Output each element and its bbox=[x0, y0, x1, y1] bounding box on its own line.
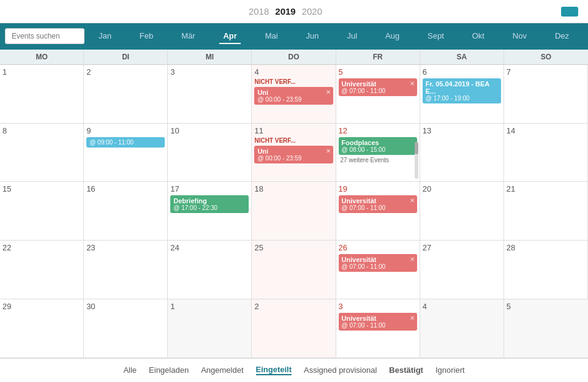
day-number: 21 bbox=[507, 184, 585, 193]
event-time: @ 00:00 - 23:59 bbox=[257, 96, 330, 103]
search-input[interactable] bbox=[5, 28, 85, 44]
day-header-mi: MI bbox=[168, 50, 252, 64]
footer-tab-eingeladen[interactable]: Eingeladen bbox=[149, 365, 189, 375]
footer-tab-eingeteilt[interactable]: Eingeteilt bbox=[256, 365, 292, 375]
day-number: 7 bbox=[507, 67, 585, 77]
calendar-event[interactable]: Universität@ 07:00 - 11:00✕ bbox=[339, 195, 417, 213]
day-number: 2 bbox=[254, 302, 333, 311]
calendar-event[interactable]: Universität@ 07:00 - 11:00✕ bbox=[339, 254, 417, 272]
calendar-event[interactable]: Fr. 05.04.2019 - BEA E...@ 17:00 - 19:00 bbox=[423, 78, 501, 103]
calendar-event[interactable]: Universität@ 07:00 - 11:00✕ bbox=[339, 313, 417, 331]
day-number: 5 bbox=[507, 302, 586, 311]
month-Jun[interactable]: Jun bbox=[303, 29, 323, 44]
day-number: 22 bbox=[2, 243, 81, 252]
calendar-event[interactable]: Uni@ 00:00 - 23:59✕ bbox=[254, 87, 333, 105]
footer-tab-ignoriert[interactable]: Ignoriert bbox=[435, 365, 465, 375]
year-2020[interactable]: 2020 bbox=[302, 6, 322, 17]
month-Mär[interactable]: Mär bbox=[178, 29, 198, 44]
day-header-mo: MO bbox=[0, 50, 84, 64]
month-Apr[interactable]: Apr bbox=[219, 29, 240, 44]
event-delete-button[interactable]: ✕ bbox=[326, 89, 331, 96]
month-Jul[interactable]: Jul bbox=[343, 29, 361, 44]
calendar-cell: 7 bbox=[504, 65, 588, 124]
calendar-cell: 17Debriefing@ 17:00 - 22:30 bbox=[168, 182, 252, 241]
day-number: 9 bbox=[86, 126, 165, 135]
calendar-cell: 12Foodplaces@ 08:00 - 15:0027 weitere Ev… bbox=[336, 124, 420, 182]
calendar-cell: 5Universität@ 07:00 - 11:00✕ bbox=[336, 65, 420, 124]
month-Nov[interactable]: Nov bbox=[509, 29, 530, 44]
footer-tab-bestätigt[interactable]: Bestätigt bbox=[389, 365, 423, 375]
calendar-cell: 8 bbox=[0, 124, 84, 182]
month-Feb[interactable]: Feb bbox=[136, 29, 157, 44]
footer-tab-alle[interactable]: Alle bbox=[123, 365, 137, 375]
year-2019[interactable]: 2019 bbox=[275, 6, 295, 17]
month-Aug[interactable]: Aug bbox=[382, 29, 403, 44]
scroll-thumb bbox=[415, 142, 418, 154]
event-time: @ 09:00 - 11:00 bbox=[89, 139, 162, 146]
event-delete-button[interactable]: ✕ bbox=[326, 148, 331, 154]
day-number: 5 bbox=[339, 67, 417, 77]
calendar-cell: 4NICHT VERF...Uni@ 00:00 - 23:59✕ bbox=[252, 65, 336, 124]
footer-tab-assigned-provisional[interactable]: Assigned provisional bbox=[304, 365, 377, 375]
event-title: Debriefing bbox=[173, 197, 246, 204]
day-number: 19 bbox=[339, 184, 417, 193]
year-navigation: 201820192020 bbox=[249, 6, 322, 17]
footer-tab-angemeldet[interactable]: Angemeldet bbox=[201, 365, 243, 375]
event-title: Uni bbox=[257, 89, 330, 96]
calendar-cell: 30 bbox=[84, 299, 168, 358]
event-delete-button[interactable]: ✕ bbox=[410, 197, 415, 204]
event-delete-button[interactable]: ✕ bbox=[410, 256, 415, 263]
event-title: Universität bbox=[342, 80, 414, 88]
calendar-cell: 21 bbox=[504, 182, 588, 241]
calendar-event[interactable]: Uni@ 00:00 - 23:59✕ bbox=[254, 146, 333, 163]
day-number: 20 bbox=[423, 184, 501, 193]
month-Sept[interactable]: Sept bbox=[424, 29, 448, 44]
footer-tabs: AlleEingeladenAngemeldetEingeteiltAssign… bbox=[0, 358, 588, 382]
day-number: 18 bbox=[254, 184, 333, 193]
calendar-cell: 11NICHT VERF...Uni@ 00:00 - 23:59✕ bbox=[252, 124, 336, 182]
day-number: 13 bbox=[423, 126, 501, 135]
event-delete-button[interactable]: ✕ bbox=[410, 80, 415, 87]
day-number: 4 bbox=[254, 67, 333, 77]
event-time: @ 07:00 - 11:00 bbox=[342, 263, 414, 270]
event-time: @ 17:00 - 22:30 bbox=[173, 204, 246, 211]
calendar-cell: 3Universität@ 07:00 - 11:00✕ bbox=[336, 299, 420, 358]
calendar-event[interactable]: Debriefing@ 17:00 - 22:30 bbox=[170, 195, 249, 213]
event-delete-button[interactable]: ✕ bbox=[410, 315, 415, 321]
calendar-cell: 19Universität@ 07:00 - 11:00✕ bbox=[336, 182, 420, 241]
day-number: 23 bbox=[86, 243, 165, 252]
not-available-badge: NICHT VERF... bbox=[254, 137, 333, 144]
calendar-cell: 23 bbox=[84, 241, 168, 299]
day-number: 6 bbox=[423, 67, 501, 77]
scroll-indicator[interactable] bbox=[415, 142, 418, 179]
event-title: Fr. 05.04.2019 - BEA E... bbox=[426, 80, 498, 95]
day-header-do: DO bbox=[252, 50, 336, 64]
calendar-cell: 29 bbox=[0, 299, 84, 358]
month-Jan[interactable]: Jan bbox=[95, 29, 115, 44]
calendar-cell: 22 bbox=[0, 241, 84, 299]
calendar-event[interactable]: Universität@ 07:00 - 11:00✕ bbox=[339, 78, 417, 96]
day-number: 24 bbox=[170, 243, 249, 252]
month-Okt[interactable]: Okt bbox=[469, 29, 488, 44]
calendar-cell: 4 bbox=[420, 299, 504, 358]
day-number: 27 bbox=[423, 243, 501, 252]
add-absence-button[interactable] bbox=[561, 7, 578, 17]
calendar-cell: 16 bbox=[84, 182, 168, 241]
month-Mai[interactable]: Mai bbox=[262, 29, 282, 44]
calendar-event[interactable]: Foodplaces@ 08:00 - 15:00 bbox=[339, 137, 417, 155]
calendar-cell: 25 bbox=[252, 241, 336, 299]
calendar-cell: 1 bbox=[0, 65, 84, 124]
not-available-badge: NICHT VERF... bbox=[254, 78, 333, 85]
day-number: 10 bbox=[170, 126, 249, 135]
calendar-cell: 27 bbox=[420, 241, 504, 299]
calendar-cell: 2 bbox=[252, 299, 336, 358]
day-header-so: SO bbox=[504, 50, 588, 64]
month-Dez[interactable]: Dez bbox=[551, 29, 573, 44]
day-headers: MODIMIDOFRSASO bbox=[0, 50, 588, 65]
year-2018[interactable]: 2018 bbox=[249, 6, 269, 17]
day-number: 15 bbox=[2, 184, 81, 193]
calendar-cell: 9@ 09:00 - 11:00 bbox=[84, 124, 168, 182]
more-events-label[interactable]: 27 weitere Events bbox=[339, 156, 417, 164]
day-number: 29 bbox=[2, 302, 81, 311]
calendar-event[interactable]: @ 09:00 - 11:00 bbox=[86, 137, 165, 148]
